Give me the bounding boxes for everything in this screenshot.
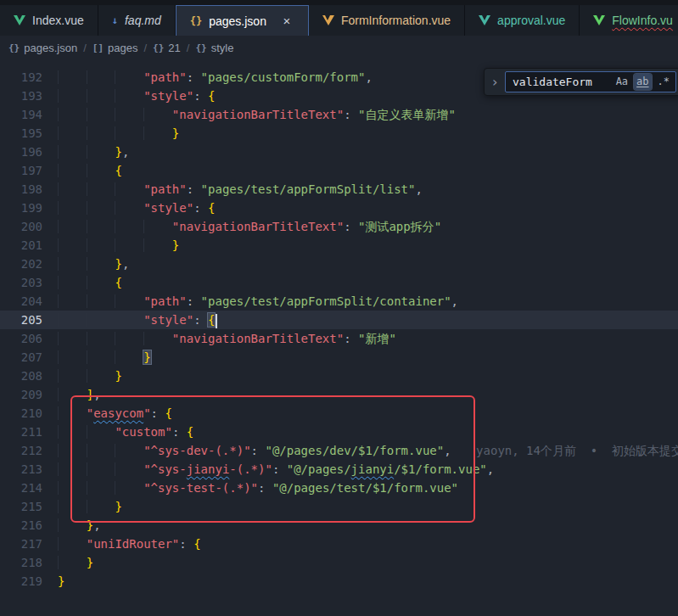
line-number: 202 bbox=[0, 255, 42, 273]
line-number: 210 bbox=[0, 404, 42, 423]
breadcrumb-item-21[interactable]: {}21 bbox=[153, 42, 181, 54]
code-line-196[interactable]: 196 }, bbox=[0, 143, 678, 161]
line-content: } bbox=[58, 348, 151, 367]
code-editor[interactable]: 192 "path": "pages/customForm/form",193 … bbox=[0, 59, 678, 616]
breadcrumb-label: pages bbox=[108, 42, 137, 54]
code-line-211[interactable]: 211 "custom": { bbox=[0, 423, 678, 441]
tab-forminformation-vue[interactable]: FormInformation.vue bbox=[309, 5, 465, 36]
line-number: 216 bbox=[0, 516, 42, 535]
line-content: } bbox=[58, 553, 93, 572]
code-line-215[interactable]: 215 } bbox=[0, 497, 678, 516]
line-number: 192 bbox=[0, 68, 42, 87]
tab-faq-md[interactable]: ↓faq.md bbox=[98, 5, 176, 36]
line-content: "navigationBarTitleText": "新增" bbox=[58, 329, 396, 348]
tab-bar: Index.vue↓faq.md{}pages.json×FormInforma… bbox=[0, 0, 678, 36]
git-blame-annotation: yaoyn, 14个月前 • 初始版本提交 bbox=[476, 444, 678, 457]
breadcrumb: {}pages.json/[]pages/{}21/{}style bbox=[0, 36, 678, 59]
markdown-icon: ↓ bbox=[112, 14, 118, 26]
tab-flowinfo-vu[interactable]: FlowInfo.vu bbox=[580, 5, 678, 36]
code-line-197[interactable]: 197 { bbox=[0, 161, 678, 180]
code-line-199[interactable]: 199 "style": { bbox=[0, 199, 678, 217]
code-line-209[interactable]: 209 ], bbox=[0, 385, 678, 404]
line-content: "^sys-test-(.*)": "@/pages/test/$1/form.… bbox=[58, 479, 458, 497]
line-content: "easycom": { bbox=[58, 404, 172, 423]
line-content: "path": "pages/customForm/form", bbox=[58, 68, 373, 87]
whole-word-button[interactable]: ab bbox=[634, 74, 651, 89]
find-widget: › validateForm Aaab.* bbox=[484, 68, 678, 96]
code-line-219[interactable]: 219} bbox=[0, 572, 678, 591]
find-query-text: validateForm bbox=[513, 76, 610, 88]
code-line-208[interactable]: 208 } bbox=[0, 367, 678, 385]
code-lines: 192 "path": "pages/customForm/form",193 … bbox=[0, 59, 678, 591]
line-content: { bbox=[58, 161, 122, 180]
code-line-217[interactable]: 217 "uniIdRouter": { bbox=[0, 535, 678, 553]
line-content: "navigationBarTitleText": "自定义表单新增" bbox=[58, 105, 456, 124]
breadcrumb-item-pages[interactable]: []pages bbox=[92, 42, 138, 54]
code-line-210[interactable]: 210 "easycom": { bbox=[0, 404, 678, 423]
match-case-button[interactable]: Aa bbox=[614, 74, 630, 89]
line-content: }, bbox=[58, 143, 129, 161]
code-line-214[interactable]: 214 "^sys-test-(.*)": "@/pages/test/$1/f… bbox=[0, 479, 678, 497]
line-content: "^sys-dev-(.*)": "@/pages/dev/$1/form.vu… bbox=[58, 441, 678, 460]
breadcrumb-separator: / bbox=[187, 42, 190, 54]
line-number: 218 bbox=[0, 553, 42, 572]
breadcrumb-label: style bbox=[211, 42, 234, 54]
line-content: "path": "pages/test/appFormSplit/contain… bbox=[58, 292, 458, 311]
tab-label: approval.vue bbox=[497, 14, 565, 27]
tab-label: FormInformation.vue bbox=[341, 14, 451, 27]
line-number: 206 bbox=[0, 329, 42, 348]
line-number: 200 bbox=[0, 217, 42, 236]
brackets-icon: [] bbox=[92, 42, 104, 53]
code-line-204[interactable]: 204 "path": "pages/test/appFormSplit/con… bbox=[0, 292, 678, 311]
code-line-212[interactable]: 212 "^sys-dev-(.*)": "@/pages/dev/$1/for… bbox=[0, 441, 678, 460]
close-tab-icon[interactable]: × bbox=[279, 14, 294, 29]
line-number: 196 bbox=[0, 143, 42, 161]
line-content: }, bbox=[58, 255, 129, 273]
line-content: ], bbox=[58, 385, 101, 404]
vscode-window: Index.vue↓faq.md{}pages.json×FormInforma… bbox=[0, 0, 678, 616]
line-content: "style": { bbox=[58, 87, 215, 105]
find-input[interactable]: validateForm Aaab.* bbox=[505, 71, 676, 92]
line-number: 208 bbox=[0, 367, 42, 385]
line-content: "style": { bbox=[58, 199, 215, 217]
line-number: 209 bbox=[0, 385, 42, 404]
line-number: 215 bbox=[0, 497, 42, 516]
code-line-205[interactable]: 205 "style": { bbox=[0, 311, 678, 329]
code-line-202[interactable]: 202 }, bbox=[0, 255, 678, 273]
line-number: 204 bbox=[0, 292, 42, 311]
breadcrumb-separator: / bbox=[143, 42, 147, 54]
code-line-203[interactable]: 203 { bbox=[0, 273, 678, 292]
line-number: 193 bbox=[0, 87, 42, 105]
toggle-replace-chevron-icon[interactable]: › bbox=[490, 76, 500, 89]
code-line-200[interactable]: 200 "navigationBarTitleText": "测试app拆分" bbox=[0, 217, 678, 236]
line-content: "custom": { bbox=[58, 423, 193, 441]
tab-label: pages.json bbox=[209, 14, 266, 28]
tab-pages-json[interactable]: {}pages.json× bbox=[176, 5, 309, 36]
line-number: 207 bbox=[0, 348, 42, 367]
line-number: 201 bbox=[0, 236, 42, 255]
text-cursor bbox=[216, 314, 217, 328]
line-number: 195 bbox=[0, 124, 42, 143]
tab-index-vue[interactable]: Index.vue bbox=[0, 5, 98, 36]
breadcrumb-item-pages-json[interactable]: {}pages.json bbox=[8, 42, 77, 54]
code-line-194[interactable]: 194 "navigationBarTitleText": "自定义表单新增" bbox=[0, 105, 678, 124]
code-line-201[interactable]: 201 } bbox=[0, 236, 678, 255]
code-line-198[interactable]: 198 "path": "pages/test/appFormSplit/lis… bbox=[0, 180, 678, 199]
breadcrumb-label: 21 bbox=[168, 42, 180, 54]
code-line-218[interactable]: 218 } bbox=[0, 553, 678, 572]
tab-label: faq.md bbox=[125, 14, 161, 27]
code-line-216[interactable]: 216 }, bbox=[0, 516, 678, 535]
line-number: 205 bbox=[0, 311, 42, 329]
code-line-206[interactable]: 206 "navigationBarTitleText": "新增" bbox=[0, 329, 678, 348]
code-line-213[interactable]: 213 "^sys-jianyi-(.*)": "@/pages/jianyi/… bbox=[0, 460, 678, 479]
tab-approval-vue[interactable]: approval.vue bbox=[465, 5, 580, 36]
vue-icon bbox=[593, 15, 605, 25]
line-number: 197 bbox=[0, 161, 42, 180]
breadcrumb-item-style[interactable]: {}style bbox=[195, 42, 233, 54]
line-number: 198 bbox=[0, 180, 42, 199]
code-line-207[interactable]: 207 } bbox=[0, 348, 678, 367]
breadcrumb-separator: / bbox=[83, 42, 87, 54]
code-line-195[interactable]: 195 } bbox=[0, 124, 678, 143]
regex-button[interactable]: .* bbox=[655, 74, 672, 89]
line-number: 212 bbox=[0, 441, 42, 460]
